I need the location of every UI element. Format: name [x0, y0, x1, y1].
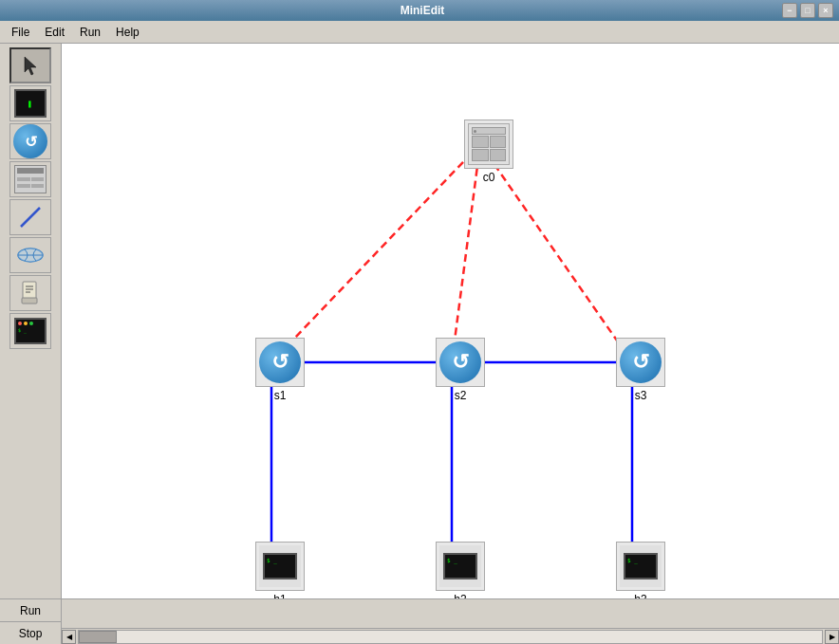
minimize-button[interactable]: − — [782, 3, 797, 18]
node-c0[interactable]: c0 — [456, 120, 522, 184]
tool-terminal[interactable]: $ _ — [9, 313, 51, 349]
close-button[interactable]: × — [818, 3, 833, 18]
controller-icon — [464, 120, 513, 169]
svg-line-10 — [271, 144, 480, 362]
svg-rect-5 — [23, 282, 36, 299]
switch-s1-icon: ↺ — [255, 338, 305, 387]
stop-button[interactable]: Stop — [0, 622, 61, 644]
node-s3[interactable]: ↺ s3 — [607, 338, 674, 402]
tool-draw[interactable] — [9, 275, 51, 311]
node-h2[interactable]: $ _ h2 — [427, 542, 494, 598]
host-h1-icon: $ _ — [255, 542, 305, 591]
node-s1[interactable]: ↺ s1 — [247, 338, 313, 402]
node-h1[interactable]: $ _ h1 — [247, 542, 313, 598]
node-h3[interactable]: $ _ h3 — [607, 542, 674, 598]
node-h3-label: h3 — [634, 593, 646, 598]
svg-rect-9 — [22, 298, 37, 304]
horizontal-scrollbar-row: ◀ ▶ — [62, 628, 839, 644]
host-h2-icon: $ _ — [436, 542, 485, 591]
window-title: MiniEdit — [401, 4, 445, 17]
run-button[interactable]: Run — [0, 599, 61, 622]
menu-edit[interactable]: Edit — [37, 24, 72, 41]
node-s1-label: s1 — [274, 389, 287, 402]
node-h2-label: h2 — [454, 593, 466, 598]
window-controls: − □ × — [782, 3, 833, 18]
canvas[interactable]: c0 ↺ s1 ↺ s2 ↺ — [62, 44, 839, 598]
switch-s2-icon: ↺ — [436, 338, 485, 387]
tool-switch[interactable]: ↺ — [9, 123, 51, 159]
toolbar: ▋ ↺ — [0, 44, 62, 598]
connections-layer — [62, 44, 839, 598]
tool-host[interactable]: ▋ — [9, 85, 51, 121]
tool-link[interactable] — [9, 199, 51, 235]
maximize-button[interactable]: □ — [800, 3, 815, 18]
host-h3-icon: $ _ — [616, 542, 665, 591]
node-h1-label: h1 — [273, 593, 286, 598]
node-s2[interactable]: ↺ s2 — [427, 338, 494, 402]
menu-run[interactable]: Run — [72, 24, 108, 41]
node-s3-label: s3 — [635, 389, 647, 402]
tool-netlink[interactable] — [9, 237, 51, 273]
horizontal-scrollbar[interactable] — [78, 630, 823, 644]
titlebar: MiniEdit − □ × — [0, 0, 839, 21]
node-s2-label: s2 — [455, 389, 467, 402]
menu-help[interactable]: Help — [108, 24, 147, 41]
menu-file[interactable]: File — [4, 24, 37, 41]
scroll-left-button[interactable]: ◀ — [62, 630, 76, 644]
menubar: File Edit Run Help — [0, 21, 839, 44]
main-layout: ▋ ↺ — [0, 44, 839, 598]
tool-select[interactable] — [9, 47, 51, 83]
scroll-right-button[interactable]: ▶ — [825, 630, 839, 644]
svg-line-1 — [21, 208, 40, 227]
switch-s3-icon: ↺ — [616, 338, 665, 387]
run-stop-column: Run Stop — [0, 599, 62, 644]
tool-controller[interactable] — [9, 161, 51, 197]
svg-marker-0 — [25, 57, 36, 75]
scrollbar-column: ◀ ▶ — [62, 599, 839, 644]
bottom-area: Run Stop ◀ ▶ — [0, 598, 839, 644]
node-c0-label: c0 — [483, 171, 495, 184]
